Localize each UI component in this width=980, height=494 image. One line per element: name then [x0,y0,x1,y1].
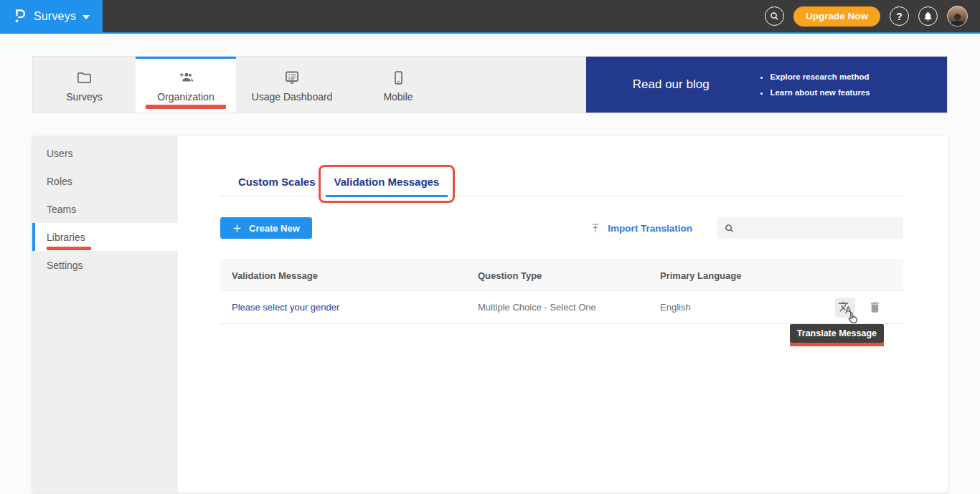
tab-label: Surveys [66,91,103,103]
group-add-icon [177,69,194,86]
row-actions: Translate Message [804,291,903,323]
libraries-panel: Custom Scales Validation Messages Create… [178,136,948,493]
notifications-button[interactable] [918,6,938,26]
toolbar: Create New Import Translation [220,217,903,239]
promo-title: Read our blog [586,77,755,92]
help-button[interactable]: ? [890,6,909,26]
folder-icon [76,70,93,86]
module-tabs: Surveys Organization [33,57,448,113]
tab-mobile[interactable]: Mobile [348,57,448,113]
topbar-actions: Upgrade Now ? [765,0,980,32]
product-switcher-label: Surveys [34,10,76,23]
bell-icon [923,11,933,22]
tab-surveys[interactable]: Surveys [33,57,136,113]
annotation-underline-libraries [47,247,91,250]
questionpro-logo-icon [13,8,27,24]
main-card: Users Roles Teams Libraries Settings Cus… [32,136,948,493]
translate-tooltip: Translate Message [790,324,884,346]
translate-message-button[interactable] [835,298,855,318]
promo-bullet-list: Explore research method Learn about new … [755,69,870,101]
annotation-underline-organization [146,105,226,109]
column-header-validation-message: Validation Message [220,270,478,281]
sidebar-item-users[interactable]: Users [32,139,178,167]
upload-icon [590,222,601,234]
column-header-actions [804,260,903,290]
question-type-cell: Multiple Choice - Select One [478,302,660,313]
validation-message-link[interactable]: Please select your gender [232,302,339,313]
library-tabs: Custom Scales Validation Messages [220,168,903,196]
sidebar-item-roles[interactable]: Roles [32,167,178,195]
column-header-primary-language: Primary Language [660,270,804,281]
plus-icon [232,224,242,233]
search-icon [724,223,735,234]
translate-icon [838,300,852,315]
sidebar-item-libraries[interactable]: Libraries [32,223,178,251]
table-search[interactable] [717,217,903,239]
tab-label: Mobile [383,91,413,103]
create-new-button[interactable]: Create New [220,217,312,239]
annotation-underline-tooltip [790,343,884,346]
import-translation-link[interactable]: Import Translation [590,222,692,234]
table-header-row: Validation Message Question Type Primary… [220,260,903,291]
table-row: Please select your gender Multiple Choic… [220,291,903,324]
topbar: Surveys Upgrade Now ? [0,0,980,34]
tab-label: Organization [157,91,214,103]
search-icon [769,11,780,22]
promo-bullet: Explore research method [770,69,870,85]
primary-language-cell: English [660,302,804,313]
chevron-down-icon [83,15,90,19]
avatar[interactable] [947,6,968,27]
settings-sidebar: Users Roles Teams Libraries Settings [32,136,178,493]
trash-icon [868,300,882,314]
tab-usage-dashboard[interactable]: Usage Dashboard [236,57,348,113]
product-switcher[interactable]: Surveys [0,0,103,32]
sidebar-item-settings[interactable]: Settings [32,251,178,279]
module-nav: Surveys Organization [32,56,948,113]
search-input[interactable] [740,223,896,234]
blog-promo-banner[interactable]: Read our blog Explore research method Le… [586,57,947,113]
mobile-phone-icon [390,70,407,86]
toolbar-right: Import Translation [590,217,903,239]
upgrade-now-button[interactable]: Upgrade Now [793,6,880,27]
delete-button[interactable] [868,300,882,314]
tab-validation-messages[interactable]: Validation Messages [325,168,449,196]
column-header-question-type: Question Type [478,270,660,281]
promo-bullet: Learn about new features [770,85,870,100]
search-button[interactable] [765,6,784,26]
tab-custom-scales[interactable]: Custom Scales [229,168,325,196]
tab-organization[interactable]: Organization [136,57,236,113]
sidebar-item-teams[interactable]: Teams [32,195,178,223]
tooltip-label: Translate Message [790,324,884,343]
tab-label: Usage Dashboard [252,91,333,103]
dashboard-monitor-icon [283,69,301,86]
validation-messages-table: Validation Message Question Type Primary… [220,260,903,324]
